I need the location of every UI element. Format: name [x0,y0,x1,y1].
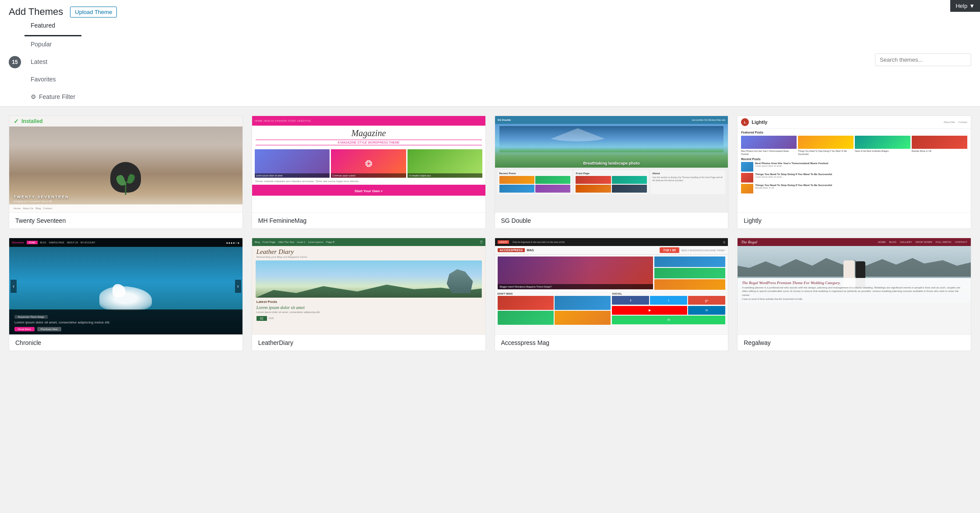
chevron-down-icon: ▼ [969,3,975,9]
theme-info: Twenty Seventeen [9,212,242,228]
theme-screenshot: Chronicle HOME BLOG SAMPLE PAGE ABOUT US… [9,238,242,334]
theme-screenshot: LATEST Only An Argument in the new click… [495,238,728,334]
theme-card-chronicle[interactable]: Chronicle HOME BLOG SAMPLE PAGE ABOUT US… [9,238,243,351]
theme-tabs: Featured Popular Latest Favorites ⚙ Feat… [25,18,81,106]
theme-name: Accesspress Mag [501,339,722,346]
gear-icon: ⚙ [31,93,36,100]
theme-name: SG Double [501,217,722,224]
upload-theme-button[interactable]: Upload Theme [70,7,117,18]
tab-featured[interactable]: Featured [25,18,81,36]
theme-info: SG Double [495,212,728,228]
theme-card-sgdouble[interactable]: SG Double Just another SG Window Sites s… [495,116,729,229]
theme-screenshot: SG Double Just another SG Window Sites s… [495,116,728,212]
tab-favorites[interactable]: Favorites [25,71,81,89]
theme-card-lightly[interactable]: L Lightly About MeContact Featured Posts… [737,116,971,229]
theme-screenshot: L Lightly About MeContact Featured Posts… [738,116,971,212]
theme-info: Lightly [738,212,971,228]
page-header: Add Themes Upload Theme 15 Featured Popu… [0,0,980,107]
theme-info: Chronicle [9,334,242,351]
theme-info: Accesspress Mag [495,334,728,351]
page-title: Add Themes [9,6,63,18]
search-input[interactable] [875,53,971,66]
themes-grid: ✓ Installed Home About Us Blog Contact T… [0,107,980,360]
installed-badge: ✓ Installed [9,116,242,126]
theme-screenshot: The Regal HOME BLOG GALLERY DROP DOWN FU… [738,238,971,334]
theme-screenshot: HOME HEALTH FASHION FOOD LIFESTYLE Magaz… [252,116,485,212]
theme-screenshot: Blog Front Page Hide The Text Level 1 Lo… [252,238,485,334]
theme-screenshot: ✓ Installed Home About Us Blog Contact T… [9,116,242,212]
help-label: Help [955,3,967,9]
tab-feature-filter[interactable]: ⚙ Feature Filter [25,89,81,106]
theme-name: LeatherDiary [258,339,479,346]
tab-popular[interactable]: Popular [25,36,81,54]
theme-info: Regalway [738,334,971,351]
theme-card-regalway[interactable]: The Regal HOME BLOG GALLERY DROP DOWN FU… [737,238,971,351]
theme-card-mhfemininemag[interactable]: HOME HEALTH FASHION FOOD LIFESTYLE Magaz… [252,116,486,229]
theme-info: LeatherDiary [252,334,485,351]
theme-name: Twenty Seventeen [15,217,236,224]
check-icon: ✓ [14,118,19,125]
theme-name: Lightly [744,217,965,224]
help-button[interactable]: Help ▼ [950,0,980,12]
theme-name: Regalway [744,339,965,346]
theme-card-leatherdiary[interactable]: Blog Front Page Hide The Text Level 1 Lo… [252,238,486,351]
theme-info: MH FeminineMag [252,212,485,228]
theme-card-twentyseventeen[interactable]: ✓ Installed Home About Us Blog Contact T… [9,116,243,229]
theme-count-badge: 15 [9,56,21,68]
theme-card-accesspress[interactable]: LATEST Only An Argument in the new click… [495,238,729,351]
tab-latest[interactable]: Latest [25,54,81,71]
theme-name: Chronicle [15,339,236,346]
theme-name: MH FeminineMag [258,217,479,224]
